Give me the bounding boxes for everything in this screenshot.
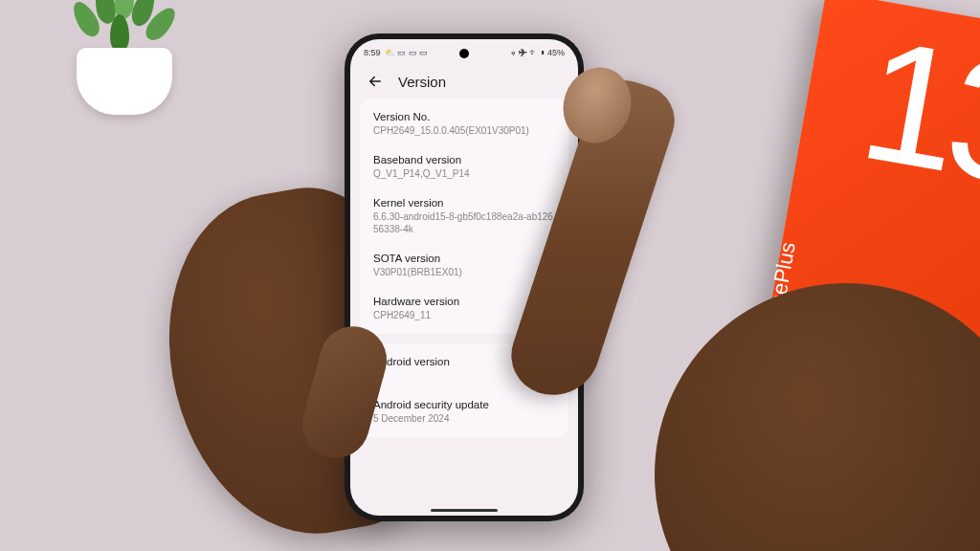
item-android-version[interactable]: Android version 15 xyxy=(360,347,568,390)
front-camera xyxy=(459,49,469,58)
value-version-no: CPH2649_15.0.0.405(EX01V30P01) xyxy=(373,124,555,137)
value-hardware: CPH2649_11 xyxy=(373,309,555,321)
nav-handle xyxy=(431,509,498,512)
item-sota[interactable]: SOTA version V30P01(BRB1EX01) xyxy=(360,244,568,287)
phone-screen: 8:59 ⛅ ▭ ▭ ▭ ⋇ ✈ ᯤ ▮ 45% Version Version… xyxy=(350,39,578,516)
page-header: Version xyxy=(350,62,578,99)
item-kernel[interactable]: Kernel version 6.6.30-android15-8-gb5f0c… xyxy=(360,188,568,244)
value-security-update: 5 December 2024 xyxy=(373,412,555,425)
item-hardware[interactable]: Hardware version CPH2649_11 xyxy=(360,287,568,330)
label-kernel: Kernel version xyxy=(373,197,555,209)
gesture-nav-bar[interactable] xyxy=(350,504,578,516)
label-security-update: Android security update xyxy=(373,399,555,410)
label-baseband: Baseband version xyxy=(373,154,555,165)
item-version-no[interactable]: Version No. CPH2649_15.0.0.405(EX01V30P0… xyxy=(360,102,568,145)
status-left-icons: ⛅ ▭ ▭ ▭ xyxy=(385,49,429,57)
hand-right xyxy=(655,283,980,551)
box-model-number: 13 xyxy=(854,30,980,195)
card-version-info: Version No. CPH2649_15.0.0.405(EX01V30P0… xyxy=(360,99,568,334)
card-android-info: Android version 15 Android security upda… xyxy=(360,343,568,437)
label-version-no: Version No. xyxy=(373,111,555,122)
phone-frame: 8:59 ⛅ ▭ ▭ ▭ ⋇ ✈ ᯤ ▮ 45% Version Version… xyxy=(345,33,584,521)
label-sota: SOTA version xyxy=(373,253,555,264)
label-hardware: Hardware version xyxy=(373,296,555,307)
value-sota: V30P01(BRB1EX01) xyxy=(373,266,555,278)
status-time: 8:59 xyxy=(364,48,381,57)
status-battery: 45% xyxy=(547,48,565,57)
value-android-version: 15 xyxy=(373,369,555,382)
page-title: Version xyxy=(398,74,446,90)
value-baseband: Q_V1_P14,Q_V1_P14 xyxy=(373,167,555,180)
plant-decoration xyxy=(57,0,191,115)
back-arrow-icon xyxy=(367,73,384,90)
item-baseband[interactable]: Baseband version Q_V1_P14,Q_V1_P14 xyxy=(360,145,568,188)
status-right-icons: ⋇ ✈ ᯤ ▮ xyxy=(511,49,546,57)
settings-content[interactable]: Version No. CPH2649_15.0.0.405(EX01V30P0… xyxy=(350,99,578,504)
label-android-version: Android version xyxy=(373,356,555,367)
value-kernel: 6.6.30-android15-8-gb5f0c188ea2a-ab12656… xyxy=(373,210,555,235)
item-security-update[interactable]: Android security update 5 December 2024 xyxy=(360,390,568,433)
back-button[interactable] xyxy=(366,72,385,91)
